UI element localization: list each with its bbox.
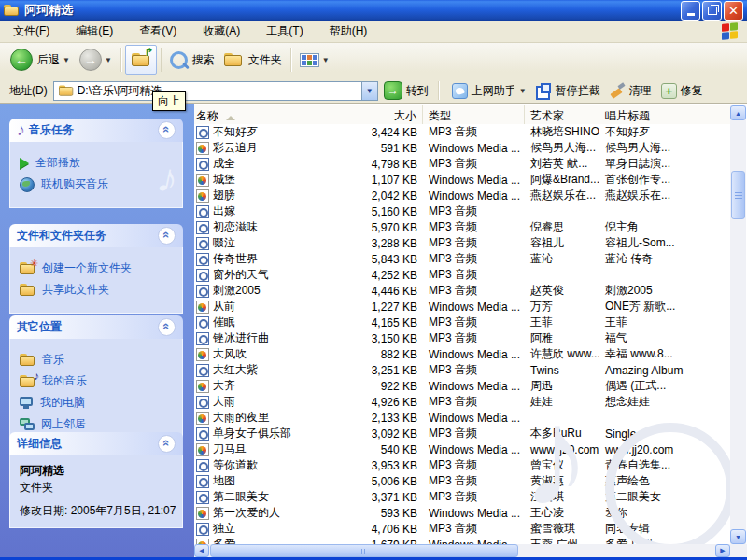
column-size[interactable]: 大小 (345, 105, 423, 124)
network-places-link[interactable]: 网上邻居 (20, 416, 176, 432)
search-button[interactable]: 搜索 (165, 46, 219, 74)
repair-button[interactable]: 修复 (661, 83, 703, 99)
vertical-scroll-thumb[interactable] (731, 171, 745, 219)
column-name[interactable]: 名称 (194, 105, 345, 124)
up-arrow-icon: ↱ (145, 46, 154, 59)
collapse-chevron-icon[interactable]: « (158, 435, 176, 453)
search-icon (170, 51, 188, 69)
go-button[interactable]: → 转到 (384, 81, 429, 100)
forward-dropdown-icon[interactable]: ▼ (105, 56, 112, 64)
pause-block-button[interactable]: 暂停拦截 (536, 83, 600, 99)
table-row[interactable]: 催眠 4,165 KB MP3 音频 王菲 王菲 (194, 315, 730, 330)
collapse-chevron-icon[interactable]: « (158, 318, 176, 336)
new-folder-link[interactable]: ✳ 创建一个新文件夹 (20, 260, 176, 276)
details-header[interactable]: 详细信息 « (9, 432, 183, 455)
search-label: 搜索 (192, 52, 215, 68)
menu-favorites[interactable]: 收藏(A) (190, 21, 253, 42)
horizontal-scroll-thumb[interactable] (210, 544, 518, 557)
table-row[interactable]: 初恋滋味 5,970 KB MP3 音频 倪睿思 倪主角 (194, 219, 730, 235)
play-all-link[interactable]: 全部播放 (20, 155, 176, 171)
share-folder-link[interactable]: 共享此文件夹 (20, 282, 176, 298)
table-row[interactable]: 出嫁 5,160 KB MP3 音频 (194, 203, 730, 219)
menu-file[interactable]: 文件(F) (0, 21, 63, 42)
minimize-button[interactable] (681, 1, 700, 21)
web-assistant-button[interactable]: 上网助手 ▼ (452, 83, 527, 99)
table-row[interactable]: 大雨的夜里 2,133 KB Windows Media ... (194, 410, 730, 426)
table-row[interactable]: 彩云追月 591 KB Windows Media ... 候鸟男人海... 候… (194, 140, 730, 156)
menu-edit[interactable]: 编辑(E) (63, 21, 126, 42)
other-places-header[interactable]: 其它位置 « (9, 315, 183, 339)
my-computer-icon (20, 397, 34, 409)
table-row[interactable]: 独立 4,706 KB MP3 音频 蜜雪薇琪 同名专辑 (194, 521, 730, 537)
table-row[interactable]: 等你道歉 3,953 KB MP3 音频 曾宝仪 青春自选集... (194, 457, 730, 473)
table-row[interactable]: 单身女子俱乐部 3,092 KB MP3 音频 本多RuRu Single (194, 426, 730, 441)
views-button[interactable]: ▼ (295, 46, 334, 74)
my-music-link[interactable]: ♪ 我的音乐 (20, 373, 176, 389)
assistant-dropdown-icon[interactable]: ▼ (519, 87, 527, 95)
column-type[interactable]: 类型 (423, 105, 525, 124)
table-row[interactable]: 大齐 922 KB Windows Media ... 周迅 偶遇 (正式... (194, 378, 730, 394)
toolbar-separator (290, 48, 291, 72)
address-combo[interactable]: D:\音乐\阿珂精选 ▼ (53, 81, 378, 101)
back-button[interactable]: ← 后退 ▼ (6, 46, 75, 74)
mp3-file-icon (196, 523, 209, 536)
my-music-icon: ♪ (20, 375, 35, 387)
back-dropdown-icon[interactable]: ▼ (63, 56, 70, 64)
table-row[interactable]: 大雨 4,926 KB MP3 音频 娃娃 想念娃娃 (194, 394, 730, 410)
views-dropdown-icon[interactable]: ▼ (322, 56, 330, 64)
folders-button[interactable]: 文件夹 (219, 46, 287, 74)
table-row[interactable]: 城堡 1,107 KB Windows Media ... 阿爆&Brand..… (194, 172, 730, 188)
my-computer-link[interactable]: 我的电脑 (20, 395, 176, 411)
wma-file-icon (196, 142, 209, 155)
table-row[interactable]: 窗外的天气 4,252 KB MP3 音频 (194, 267, 730, 283)
mp3-file-icon (196, 475, 209, 488)
horizontal-scrollbar[interactable]: ◀ ▶ (194, 544, 730, 557)
scroll-left-button[interactable]: ◀ (194, 544, 209, 557)
close-button[interactable]: ✕ (724, 1, 743, 21)
clean-button[interactable]: 清理 (610, 83, 652, 99)
menu-view[interactable]: 查看(V) (126, 21, 190, 42)
table-row[interactable]: 刀马旦 540 KB Windows Media ... www.jj20.co… (194, 441, 730, 457)
column-album[interactable]: 唱片标题 (599, 105, 730, 124)
scroll-right-button[interactable]: ▶ (715, 544, 730, 557)
music-folder-link[interactable]: 音乐 (20, 352, 176, 368)
address-input[interactable]: D:\音乐\阿珂精选 (78, 83, 361, 99)
vertical-scrollbar[interactable]: ▲ ▼ (730, 105, 746, 544)
table-row[interactable]: 刺激2005 4,446 KB MP3 音频 赵英俊 刺激2005 (194, 283, 730, 299)
table-row[interactable]: 从前 1,227 KB Windows Media ... 万芳 ONE芳 新歌… (194, 299, 730, 315)
menu-tools[interactable]: 工具(T) (253, 21, 316, 42)
scroll-down-button[interactable]: ▼ (730, 529, 746, 544)
column-artist[interactable]: 艺术家 (525, 105, 599, 124)
collapse-chevron-icon[interactable]: « (158, 121, 176, 139)
wma-file-icon (196, 348, 209, 361)
menu-help[interactable]: 帮助(H) (317, 21, 381, 42)
forward-button[interactable]: → ▼ (75, 46, 117, 74)
mp3-file-icon (196, 237, 209, 250)
back-icon: ← (10, 49, 33, 71)
table-row[interactable]: 大红大紫 3,251 KB MP3 音频 Twins Amazing Album (194, 362, 730, 378)
wma-file-icon (196, 380, 209, 393)
table-row[interactable]: 翅膀 2,042 KB Windows Media ... 燕赵娱乐在... 燕… (194, 188, 730, 203)
scroll-up-button[interactable]: ▲ (730, 105, 746, 120)
share-folder-icon (20, 284, 35, 296)
table-row[interactable]: 啜泣 3,288 KB MP3 音频 容祖儿 容祖儿-Som... (194, 235, 730, 251)
buy-music-online-link[interactable]: 联机购买音乐 (20, 176, 176, 192)
table-row[interactable]: 成全 4,798 KB MP3 音频 刘若英 献... 單身日誌演... (194, 156, 730, 172)
table-row[interactable]: 第一次爱的人 593 KB Windows Media ... 王心凌 爱你 (194, 505, 730, 521)
table-row[interactable]: 大风吹 882 KB Windows Media ... 许慧欣 www... … (194, 346, 730, 362)
table-row[interactable]: 传奇世界 5,843 KB MP3 音频 蓝沁 蓝沁 传奇 (194, 251, 730, 267)
table-row[interactable]: 地图 5,006 KB MP3 音频 黄淑惠 惠声绘色 (194, 473, 730, 489)
table-row[interactable]: 多爱 1,679 KB Windows Media ... 王蓉 广州... 多… (194, 537, 730, 544)
web-assistant-icon (452, 83, 468, 99)
other-places-title: 其它位置 (17, 319, 158, 335)
table-row[interactable]: 不知好歹 3,424 KB MP3 音频 林晓培SHINO 不知好歹 (194, 124, 730, 140)
file-folder-tasks-header[interactable]: 文件和文件夹任务 « (9, 224, 183, 247)
music-tasks-header[interactable]: ♪ 音乐任务 « (9, 119, 183, 142)
table-row[interactable]: 锉冰进行曲 3,150 KB MP3 音频 阿雅 福气 (194, 330, 730, 346)
collapse-chevron-icon[interactable]: « (158, 227, 176, 245)
table-row[interactable]: 第二眼美女 3,371 KB MP3 音频 江美琪 第二眼美女 (194, 489, 730, 505)
repair-icon (661, 83, 677, 99)
address-dropdown-icon[interactable]: ▼ (361, 82, 377, 100)
up-button[interactable]: ↱ (125, 45, 157, 75)
restore-button[interactable] (702, 1, 722, 21)
